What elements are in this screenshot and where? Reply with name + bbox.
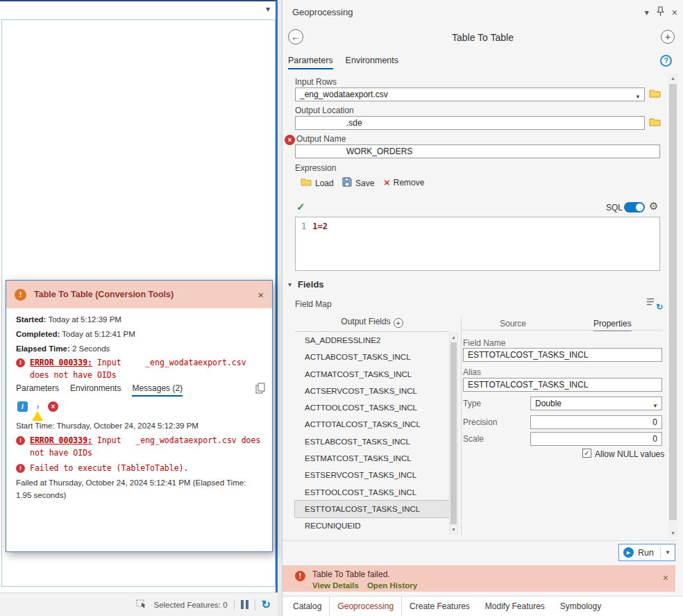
- output-field-item-selected[interactable]: ESTTOTALCOST_TASKS_INCL: [295, 501, 449, 517]
- geoprocessing-panel: Geoprocessing ▾ × ← Table To Table + Par…: [282, 0, 683, 616]
- toggle-knob: [636, 203, 643, 211]
- add-tool-button[interactable]: +: [661, 30, 675, 44]
- panel-divider[interactable]: [276, 0, 278, 592]
- dialog-tab-parameters[interactable]: Parameters: [16, 383, 59, 397]
- pin-icon[interactable]: [657, 6, 664, 19]
- run-button[interactable]: ▶ Run ▼: [618, 544, 675, 561]
- panel-header-icons: ▾ ×: [645, 6, 677, 19]
- tab-source[interactable]: Source: [500, 319, 526, 328]
- type-select[interactable]: Double ▼: [530, 397, 662, 410]
- help-icon[interactable]: ?: [660, 55, 672, 67]
- tab-parameters[interactable]: Parameters: [288, 56, 333, 69]
- output-name-input[interactable]: WORK_ORDERS: [295, 144, 660, 158]
- output-field-item[interactable]: ESTSERVCOST_TASKS_INCL: [295, 467, 449, 483]
- dock-tab-symbology[interactable]: Symbology: [553, 597, 609, 616]
- browse-input-rows-folder-icon[interactable]: [649, 89, 661, 100]
- copy-messages-icon[interactable]: [255, 383, 265, 396]
- load-button[interactable]: Load: [301, 178, 334, 188]
- plus-icon: +: [665, 31, 671, 42]
- dialog-tab-environments[interactable]: Environments: [70, 383, 121, 397]
- run-dropdown-arrow-icon[interactable]: ▼: [665, 549, 671, 556]
- close-panel-icon[interactable]: ×: [672, 7, 677, 18]
- completed-label: Completed:: [16, 330, 60, 338]
- output-field-item[interactable]: ACTSERVCOST_TASKS_INCL: [295, 383, 449, 399]
- output-field-item[interactable]: ESTTOOLCOST_TASKS_INCL: [295, 484, 449, 501]
- message-error-code[interactable]: ERROR 000339:: [30, 435, 92, 445]
- output-field-item[interactable]: ACTMATCOST_TASKS_INCL: [295, 366, 449, 383]
- save-button[interactable]: Save: [342, 177, 374, 189]
- output-field-item[interactable]: ESTMATCOST_TASKS_INCL: [295, 450, 449, 467]
- combo-arrow-icon[interactable]: ▼: [652, 401, 658, 410]
- selection-count-icon: [136, 599, 147, 610]
- open-history-link[interactable]: Open History: [367, 581, 417, 590]
- panel-scrollbar[interactable]: ▲ ▼: [668, 74, 677, 538]
- add-field-icon[interactable]: +: [394, 318, 403, 328]
- combo-arrow-icon[interactable]: ▼: [635, 92, 641, 101]
- dock-tab-geoprocessing[interactable]: Geoprocessing: [329, 597, 402, 616]
- panel-menu-chevron-icon[interactable]: ▾: [645, 8, 649, 17]
- allow-null-label: Allow NULL values: [595, 449, 664, 459]
- fields-list-scrollbar[interactable]: ▲ ▼: [449, 333, 458, 534]
- gear-icon[interactable]: ⚙: [649, 200, 658, 213]
- completed-value: Today at 5:12:41 PM: [60, 330, 135, 338]
- field-map-header-line: [462, 330, 663, 331]
- refresh-icon[interactable]: ↻: [262, 599, 271, 610]
- field-map-reset-icon[interactable]: ↻: [646, 297, 661, 310]
- precision-input[interactable]: 0: [530, 415, 662, 429]
- scroll-down-icon[interactable]: ▼: [450, 527, 457, 532]
- fields-section-title[interactable]: Fields: [298, 279, 324, 290]
- output-name-value: WORK_ORDERS: [346, 147, 412, 156]
- output-field-item[interactable]: RECUNIQUEID: [295, 517, 449, 534]
- message-filter-warning-icon[interactable]: !: [32, 401, 44, 412]
- output-field-item[interactable]: ESTLABCOST_TASKS_INCL: [295, 433, 449, 450]
- scale-input[interactable]: 0: [530, 432, 662, 446]
- failed-at-text: Failed at Thursday, October 24, 2024 5:1…: [16, 477, 262, 502]
- output-location-input[interactable]: .sde: [295, 116, 645, 130]
- dock-tab-catalog[interactable]: Catalog: [285, 597, 329, 616]
- message-filter-error-icon[interactable]: ×: [48, 401, 58, 412]
- fields-section-chevron-icon[interactable]: ▾: [288, 281, 292, 288]
- output-fields-list: SA_ADDRESSLINE2 ACTLABCOST_TASKS_INCL AC…: [295, 332, 449, 535]
- output-field-item[interactable]: ACTTOTALCOST_TASKS_INCL: [295, 416, 449, 433]
- scroll-up-icon[interactable]: ▲: [668, 76, 677, 81]
- pause-icon[interactable]: [241, 600, 248, 609]
- field-name-label: Field Name: [463, 338, 505, 348]
- alias-input[interactable]: ESTTOTALCOST_TASKS_INCL: [463, 378, 662, 392]
- input-rows-label: Input Rows: [295, 77, 337, 87]
- remove-button[interactable]: × Remove: [384, 177, 424, 188]
- notification-close-icon[interactable]: ×: [663, 572, 668, 583]
- dock-tab-create-features[interactable]: Create Features: [402, 597, 478, 616]
- tab-environments[interactable]: Environments: [346, 56, 398, 69]
- browse-output-location-folder-icon[interactable]: [649, 117, 661, 128]
- dialog-close-icon[interactable]: ×: [258, 289, 264, 301]
- elapsed-label: Elapsed Time:: [16, 344, 70, 353]
- scroll-up-icon[interactable]: ▲: [450, 335, 457, 340]
- dialog-tab-messages[interactable]: Messages (2): [132, 383, 183, 397]
- tab-properties[interactable]: Properties: [593, 319, 632, 331]
- view-details-link[interactable]: View Details: [312, 581, 359, 590]
- toolbar-overflow-chevron-icon[interactable]: ▾: [266, 4, 270, 14]
- summary-error-code[interactable]: ERROR 000339:: [30, 358, 92, 367]
- started-line: Started: Today at 5:12:39 PM: [16, 315, 121, 324]
- input-rows-combobox[interactable]: _eng_wodataexport.csv ▼: [295, 88, 645, 101]
- dock-tab-modify-features[interactable]: Modify Features: [478, 597, 553, 616]
- started-value: Today at 5:12:39 PM: [46, 315, 121, 324]
- scroll-thumb[interactable]: [450, 342, 457, 524]
- scroll-down-icon[interactable]: ▼: [668, 531, 677, 535]
- allow-null-checkbox[interactable]: ✓: [582, 449, 591, 458]
- scroll-thumb[interactable]: [669, 84, 677, 520]
- failed-execute-text: Failed to execute (TableToTable).: [30, 463, 188, 475]
- dialog-header[interactable]: ! Table To Table (Conversion Tools) ×: [6, 281, 272, 308]
- output-field-item[interactable]: ACTTOOLCOST_TASKS_INCL: [295, 399, 449, 416]
- started-label: Started:: [16, 315, 46, 324]
- message-filter-info-icon[interactable]: i: [17, 401, 28, 412]
- run-label: Run: [638, 548, 654, 558]
- sql-line-number: 1: [301, 222, 306, 231]
- type-label: Type: [463, 399, 481, 408]
- sql-toggle[interactable]: [624, 202, 645, 213]
- field-name-input[interactable]: ESTTOTALCOST_TASKS_INCL: [463, 348, 662, 362]
- failed-execute-icon: !: [16, 464, 25, 473]
- output-field-item[interactable]: ACTLABCOST_TASKS_INCL: [295, 349, 449, 365]
- sql-expression-editor[interactable]: 1 1=2: [295, 217, 660, 271]
- output-field-item[interactable]: SA_ADDRESSLINE2: [295, 332, 449, 349]
